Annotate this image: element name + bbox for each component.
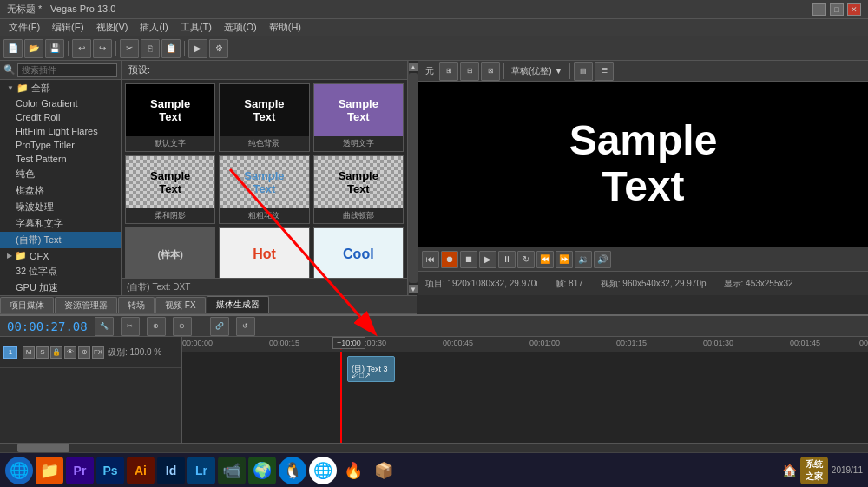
taskbar-icon-browser[interactable]: 🌐 [5, 457, 33, 484]
taskbar-icon-ai[interactable]: Ai [127, 457, 155, 484]
menu-edit[interactable]: 编辑(E) [47, 21, 89, 34]
timeline-clip-text3[interactable]: (目) Text 3 🖊 □ ↗ [347, 356, 395, 382]
close-button[interactable]: ✕ [847, 3, 861, 16]
taskbar-icon-qq[interactable]: 🐧 [279, 457, 306, 484]
tree-item-all[interactable]: ▼ 📁 全部 [0, 80, 121, 96]
preset-item-checker2[interactable]: SampleText 粗粗花纹 [219, 155, 309, 224]
taskbar-icon-globe[interactable]: 🌍 [248, 457, 276, 484]
tree-item-builtin-text[interactable]: (自带) Text [0, 232, 121, 248]
tray-brand-icon[interactable]: 系统之家 [800, 457, 828, 484]
next-marker-btn[interactable]: ⏩ [556, 251, 573, 268]
menu-tools[interactable]: 工具(T) [175, 21, 217, 34]
tl-loop-btn[interactable]: ↺ [236, 317, 255, 336]
preview-tool-3[interactable]: ⊠ [481, 62, 500, 81]
track-mute-btn[interactable]: M [23, 346, 35, 359]
tl-snap-btn[interactable]: 🔗 [210, 317, 229, 336]
preview-tool-5[interactable]: ☰ [595, 62, 614, 81]
prev-marker-btn[interactable]: ⏪ [536, 251, 554, 268]
scroll-thumb[interactable] [409, 73, 418, 283]
tl-tool-2[interactable]: ✂ [121, 317, 140, 336]
preset-header-label: 预设: [128, 63, 150, 76]
track-visible-btn[interactable]: 👁 [64, 346, 76, 359]
tree-item-chess[interactable]: 棋盘格 [0, 182, 121, 199]
preset-item-purple[interactable]: SampleText 透明文字 [313, 83, 404, 152]
taskbar-icon-files[interactable]: 📁 [36, 457, 63, 484]
taskbar-icon-ps[interactable]: Ps [96, 457, 124, 484]
track-composite-btn[interactable]: ⊕ [78, 346, 90, 359]
tree-item-solid[interactable]: 纯色 [0, 166, 121, 182]
tab-transition[interactable]: 转场 [118, 297, 155, 313]
tl-tool-4[interactable]: ⊖ [173, 317, 192, 336]
preset-item-soft[interactable]: SampleText 柔和阴影 [125, 155, 215, 224]
tab-project-media[interactable]: 项目媒体 [0, 297, 54, 313]
track-solo-btn[interactable]: S [36, 346, 49, 359]
preview-tool-1[interactable]: ⊞ [439, 62, 458, 81]
cut-button[interactable]: ✂ [120, 39, 139, 58]
menu-file[interactable]: 文件(F) [3, 21, 45, 34]
menu-options[interactable]: 选项(O) [219, 21, 262, 34]
paste-button[interactable]: 📋 [161, 39, 181, 58]
tree-item-colorgradient[interactable]: Color Gradient [0, 96, 121, 110]
save-button[interactable]: 💾 [45, 39, 64, 58]
tray-home-icon[interactable]: 🏠 [782, 464, 797, 477]
preset-scrollbar[interactable]: ▲ ▼ [408, 61, 418, 295]
tree-item-creditroll[interactable]: Credit Roll [0, 110, 121, 124]
tree-item-noise[interactable]: 噪波处理 [0, 199, 121, 215]
prev-frame-btn[interactable]: ⏮ [422, 251, 439, 268]
tree-item-gpu[interactable]: GPU 加速 [0, 280, 121, 295]
play-btn[interactable]: ⏺ [441, 251, 458, 268]
settings-button[interactable]: ⚙ [209, 39, 228, 58]
tl-tool-3[interactable]: ⊕ [147, 317, 166, 336]
menu-insert[interactable]: 插入(I) [135, 21, 173, 34]
tab-media-generator[interactable]: 媒体生成器 [207, 296, 269, 313]
scroll-up-btn[interactable]: ▲ [409, 63, 418, 71]
redo-button[interactable]: ↪ [93, 39, 112, 58]
taskbar-icon-lr[interactable]: Lr [187, 457, 215, 484]
menu-help[interactable]: 帮助(H) [264, 21, 306, 34]
new-button[interactable]: 📄 [3, 39, 23, 58]
taskbar-icon-pr[interactable]: Pr [66, 457, 94, 484]
preset-item-hot[interactable]: Hot [219, 227, 309, 278]
preset-item-cool[interactable]: Cool [313, 227, 404, 278]
tab-video-fx[interactable]: 视频 FX [155, 297, 206, 313]
vol-down-btn[interactable]: 🔉 [575, 251, 592, 268]
pause-btn[interactable]: ⏸ [498, 251, 516, 268]
scroll-down-btn[interactable]: ▼ [409, 285, 418, 293]
taskbar-icon-id[interactable]: Id [157, 457, 185, 484]
track-fx-btn[interactable]: FX [92, 346, 104, 359]
open-button[interactable]: 📂 [24, 39, 43, 58]
tree-item-ofx[interactable]: ▶ 📁 OFX [0, 248, 121, 263]
vol-up-btn[interactable]: 🔊 [594, 251, 611, 268]
taskbar-icon-vegas[interactable]: 📹 [218, 457, 246, 484]
tree-item-testpattern[interactable]: Test Pattern [0, 152, 121, 166]
render-button[interactable]: ▶ [188, 39, 207, 58]
preview-tool-2[interactable]: ⊟ [460, 62, 479, 81]
minimize-button[interactable]: — [812, 3, 826, 16]
copy-button[interactable]: ⎘ [141, 39, 160, 58]
stop-btn[interactable]: ⏹ [460, 251, 477, 268]
preset-item-sample[interactable]: (样本) [125, 227, 215, 278]
track-lock-btn[interactable]: 🔒 [50, 346, 62, 359]
preset-sample-text-3: SampleText [339, 97, 378, 123]
tl-tool-1[interactable]: 🔧 [95, 317, 114, 336]
preset-item-checker3[interactable]: SampleText 曲线顿部 [313, 155, 404, 224]
taskbar-icon-fire[interactable]: 🔥 [339, 457, 367, 484]
scrollbar-thumb[interactable] [17, 444, 69, 452]
tree-item-protype[interactable]: ProType Titler [0, 138, 121, 152]
menu-view[interactable]: 视图(V) [91, 21, 134, 34]
tab-resource-manager[interactable]: 资源管理器 [55, 297, 117, 313]
preview-tool-4[interactable]: ▤ [574, 62, 593, 81]
preset-item-black[interactable]: SampleText 纯色背景 [219, 83, 309, 152]
preset-item-default[interactable]: SampleText 默认文字 [125, 83, 215, 152]
tree-item-titler[interactable]: 字幕和文字 [0, 215, 121, 232]
tree-item-hitfilm[interactable]: HitFilm Light Flares [0, 124, 121, 138]
undo-button[interactable]: ↩ [72, 39, 91, 58]
play-fwd-btn[interactable]: ▶ [479, 251, 496, 268]
loop-btn[interactable]: ↻ [517, 251, 535, 268]
search-input[interactable] [17, 63, 117, 77]
tree-item-32bit[interactable]: 32 位字点 [0, 263, 121, 280]
taskbar-icon-chrome[interactable]: 🌐 [309, 457, 337, 484]
taskbar-icon-box[interactable]: 📦 [370, 457, 398, 484]
playhead[interactable] [340, 352, 342, 443]
maximize-button[interactable]: □ [830, 3, 844, 16]
